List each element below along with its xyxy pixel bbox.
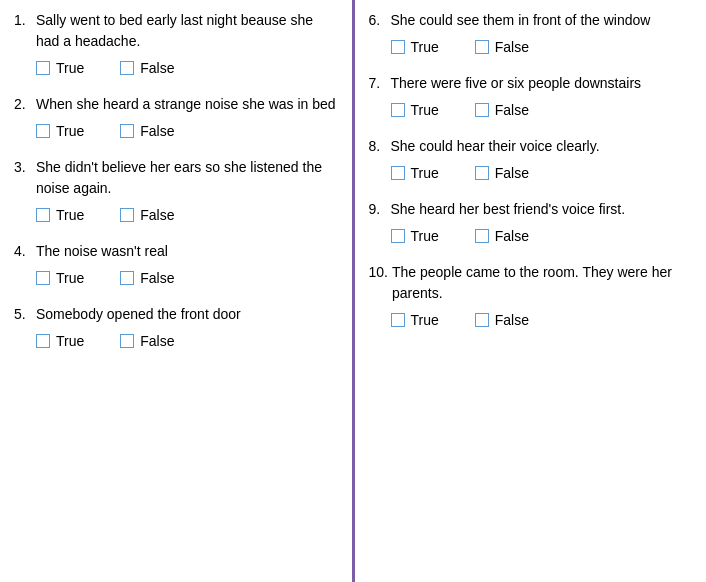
q9-number: 9. (369, 199, 387, 220)
q2-false-checkbox[interactable] (120, 124, 134, 138)
q8-true-label: True (411, 165, 439, 181)
q1-true-checkbox[interactable] (36, 61, 50, 75)
q10-number: 10. (369, 262, 388, 304)
q5-false-option[interactable]: False (120, 333, 174, 349)
q4-true-checkbox[interactable] (36, 271, 50, 285)
q3-text: She didn't believe her ears so she liste… (36, 157, 338, 199)
q2-true-label: True (56, 123, 84, 139)
q4-text: The noise wasn't real (36, 241, 338, 262)
q4-true-label: True (56, 270, 84, 286)
q6-true-option[interactable]: True (391, 39, 439, 55)
q7-true-checkbox[interactable] (391, 103, 405, 117)
q3-true-label: True (56, 207, 84, 223)
q6-false-option[interactable]: False (475, 39, 529, 55)
q1-text: Sally went to bed early last night beaus… (36, 10, 338, 52)
q3-true-option[interactable]: True (36, 207, 84, 223)
q2-false-label: False (140, 123, 174, 139)
q9-options: True False (369, 228, 693, 244)
q5-number: 5. (14, 304, 32, 325)
q1-false-option[interactable]: False (120, 60, 174, 76)
question-block-2: 2. When she heard a strange noise she wa… (14, 94, 338, 139)
q6-true-checkbox[interactable] (391, 40, 405, 54)
q5-text: Somebody opened the front door (36, 304, 338, 325)
q10-text: The people came to the room. They were h… (392, 262, 692, 304)
q9-text: She heard her best friend's voice first. (391, 199, 693, 220)
q9-false-option[interactable]: False (475, 228, 529, 244)
q4-false-option[interactable]: False (120, 270, 174, 286)
q9-true-label: True (411, 228, 439, 244)
question-block-1: 1. Sally went to bed early last night be… (14, 10, 338, 76)
q7-false-checkbox[interactable] (475, 103, 489, 117)
q8-options: True False (369, 165, 693, 181)
q8-text: She could hear their voice clearly. (391, 136, 693, 157)
question-block-3: 3. She didn't believe her ears so she li… (14, 157, 338, 223)
question-block-7: 7. There were five or six people downsta… (369, 73, 693, 118)
q4-number: 4. (14, 241, 32, 262)
q2-true-option[interactable]: True (36, 123, 84, 139)
q6-number: 6. (369, 10, 387, 31)
q7-false-option[interactable]: False (475, 102, 529, 118)
q1-number: 1. (14, 10, 32, 52)
q9-true-checkbox[interactable] (391, 229, 405, 243)
q8-true-option[interactable]: True (391, 165, 439, 181)
q8-false-label: False (495, 165, 529, 181)
q10-true-checkbox[interactable] (391, 313, 405, 327)
q10-false-checkbox[interactable] (475, 313, 489, 327)
right-column: 6. She could see them in front of the wi… (355, 0, 707, 582)
q9-true-option[interactable]: True (391, 228, 439, 244)
q4-options: True False (14, 270, 338, 286)
q3-number: 3. (14, 157, 32, 199)
q3-false-checkbox[interactable] (120, 208, 134, 222)
q10-true-label: True (411, 312, 439, 328)
q2-true-checkbox[interactable] (36, 124, 50, 138)
q7-true-option[interactable]: True (391, 102, 439, 118)
q8-false-option[interactable]: False (475, 165, 529, 181)
q6-text: She could see them in front of the windo… (391, 10, 693, 31)
q10-false-label: False (495, 312, 529, 328)
q2-false-option[interactable]: False (120, 123, 174, 139)
q4-false-checkbox[interactable] (120, 271, 134, 285)
q1-false-checkbox[interactable] (120, 61, 134, 75)
q9-false-checkbox[interactable] (475, 229, 489, 243)
q6-false-checkbox[interactable] (475, 40, 489, 54)
q5-true-label: True (56, 333, 84, 349)
q10-false-option[interactable]: False (475, 312, 529, 328)
question-block-4: 4. The noise wasn't real True False (14, 241, 338, 286)
q1-true-option[interactable]: True (36, 60, 84, 76)
q4-false-label: False (140, 270, 174, 286)
question-block-5: 5. Somebody opened the front door True F… (14, 304, 338, 349)
q7-true-label: True (411, 102, 439, 118)
q3-true-checkbox[interactable] (36, 208, 50, 222)
q5-options: True False (14, 333, 338, 349)
q6-options: True False (369, 39, 693, 55)
q6-false-label: False (495, 39, 529, 55)
q1-options: True False (14, 60, 338, 76)
q8-true-checkbox[interactable] (391, 166, 405, 180)
q2-text: When she heard a strange noise she was i… (36, 94, 338, 115)
q5-false-checkbox[interactable] (120, 334, 134, 348)
q7-text: There were five or six people downstairs (391, 73, 693, 94)
q5-false-label: False (140, 333, 174, 349)
question-block-6: 6. She could see them in front of the wi… (369, 10, 693, 55)
q8-number: 8. (369, 136, 387, 157)
q7-false-label: False (495, 102, 529, 118)
q1-false-label: False (140, 60, 174, 76)
question-block-8: 8. She could hear their voice clearly. T… (369, 136, 693, 181)
q3-false-label: False (140, 207, 174, 223)
q3-false-option[interactable]: False (120, 207, 174, 223)
q10-true-option[interactable]: True (391, 312, 439, 328)
q9-false-label: False (495, 228, 529, 244)
q8-false-checkbox[interactable] (475, 166, 489, 180)
q6-true-label: True (411, 39, 439, 55)
q5-true-option[interactable]: True (36, 333, 84, 349)
q10-options: True False (369, 312, 693, 328)
q7-options: True False (369, 102, 693, 118)
q1-true-label: True (56, 60, 84, 76)
q2-options: True False (14, 123, 338, 139)
left-column: 1. Sally went to bed early last night be… (0, 0, 352, 582)
q7-number: 7. (369, 73, 387, 94)
question-block-9: 9. She heard her best friend's voice fir… (369, 199, 693, 244)
q3-options: True False (14, 207, 338, 223)
q4-true-option[interactable]: True (36, 270, 84, 286)
q5-true-checkbox[interactable] (36, 334, 50, 348)
